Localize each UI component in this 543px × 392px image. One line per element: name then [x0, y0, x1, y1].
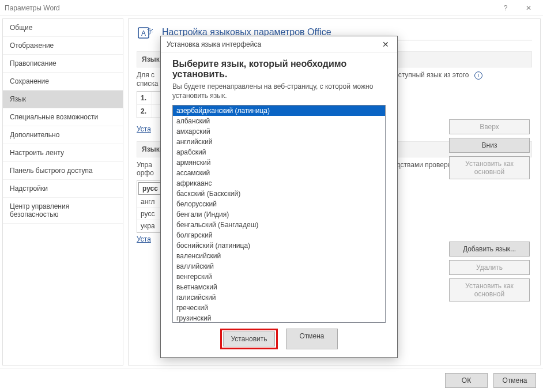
modal-titlebar: Установка языка интерфейса ✕ [161, 36, 397, 53]
lang-name: русс [142, 184, 158, 193]
side-buttons-2: Добавить язык... Удалить Установить как … [449, 242, 530, 301]
language-option[interactable]: галисийский [173, 292, 385, 303]
row-number: 2. [137, 105, 152, 118]
ok-button[interactable]: ОК [445, 373, 488, 388]
language-option[interactable]: армянский [173, 157, 385, 168]
lang-name: русс [141, 210, 154, 218]
language-option[interactable]: африкаанс [173, 178, 385, 189]
sidebar-item[interactable]: Общие [3, 19, 123, 37]
desc-text: Для с [137, 71, 154, 79]
install-language-dialog: Установка языка интерфейса ✕ Выберите яз… [160, 36, 398, 358]
set-default-button-2[interactable]: Установить как основной [449, 278, 530, 301]
modal-subtext: Вы будете перенаправлены на веб-страницу… [172, 82, 386, 100]
language-option[interactable]: боснийский (латиница) [173, 240, 385, 251]
lang-name: англ [141, 198, 154, 206]
language-option[interactable]: вьетнамский [173, 282, 385, 292]
window-title: Параметры Word [5, 4, 496, 12]
add-language-button[interactable]: Добавить язык... [449, 242, 530, 257]
language-option[interactable]: азербайджанский (латиница) [173, 105, 385, 116]
sidebar-item[interactable]: Центр управления безопасностью [3, 198, 123, 224]
info-icon[interactable]: i [474, 71, 482, 80]
language-option[interactable]: баскский (Баскский) [173, 189, 385, 199]
language-option[interactable]: английский [173, 137, 385, 147]
language-globe-icon: A 字 [137, 25, 156, 42]
modal-close-icon[interactable]: ✕ [380, 40, 391, 49]
language-option[interactable]: бенгали (Индия) [173, 209, 385, 220]
help-icon[interactable]: ? [496, 4, 515, 12]
modal-cancel-button[interactable]: Отмена [286, 329, 338, 349]
svg-text:字: 字 [147, 28, 153, 35]
sidebar: ОбщиеОтображениеПравописаниеСохранениеЯз… [2, 18, 123, 365]
install-button[interactable]: Установить [223, 331, 275, 346]
highlight-box: Установить [220, 329, 278, 349]
language-option[interactable]: амхарский [173, 126, 385, 137]
desc-text-line2: списка [137, 80, 158, 88]
sidebar-item[interactable]: Надстройки [3, 180, 123, 198]
window-controls: ? ✕ [496, 4, 538, 12]
dialog-footer: ОК Отмена [0, 368, 543, 392]
modal-body: Выберите язык, который необходимо устано… [161, 53, 397, 357]
modal-title: Установка языка интерфейса [167, 40, 380, 48]
titlebar: Параметры Word ? ✕ [0, 0, 543, 16]
lang-name: укра [141, 222, 155, 230]
sidebar-item[interactable]: Настроить ленту [3, 144, 123, 162]
language-option[interactable]: болгарский [173, 230, 385, 240]
desc2-text-line2: орфо [137, 169, 154, 177]
cancel-button[interactable]: Отмена [493, 373, 536, 388]
sidebar-item[interactable]: Язык [3, 91, 123, 108]
sidebar-item[interactable]: Отображение [3, 37, 123, 55]
sidebar-item[interactable]: Специальные возможности [3, 108, 123, 126]
install-link2[interactable]: Уста [137, 235, 151, 243]
language-option[interactable]: валлийский [173, 261, 385, 272]
language-listbox[interactable]: азербайджанский (латиница)албанскийамхар… [172, 105, 386, 323]
move-down-button[interactable]: Вниз [449, 138, 530, 153]
language-option[interactable]: бенгальский (Бангладеш) [173, 220, 385, 230]
install-link1[interactable]: Уста [137, 125, 151, 133]
language-option[interactable]: греческий [173, 303, 385, 313]
svg-text:A: A [141, 29, 146, 37]
close-icon[interactable]: ✕ [519, 4, 538, 12]
sidebar-item[interactable]: Дополнительно [3, 126, 123, 144]
language-option[interactable]: арабский [173, 147, 385, 157]
language-option[interactable]: белорусский [173, 199, 385, 209]
sidebar-item[interactable]: Панель быстрого доступа [3, 162, 123, 180]
language-option[interactable]: албанский [173, 116, 385, 126]
modal-footer: Установить Отмена [172, 329, 386, 349]
set-default-button[interactable]: Установить как основной [449, 156, 530, 179]
side-buttons-1: Вверх Вниз Установить как основной [449, 119, 530, 179]
sidebar-item[interactable]: Сохранение [3, 73, 123, 91]
move-up-button[interactable]: Вверх [449, 119, 530, 134]
language-option[interactable]: ассамский [173, 168, 385, 178]
remove-language-button[interactable]: Удалить [449, 260, 530, 275]
sidebar-item[interactable]: Правописание [3, 55, 123, 73]
language-option[interactable]: валенсийский [173, 251, 385, 261]
modal-heading: Выберите язык, который необходимо устано… [172, 59, 386, 80]
row-number: 1. [137, 92, 152, 104]
language-option[interactable]: венгерский [173, 272, 385, 282]
desc2-text: Упра [137, 161, 152, 169]
language-option[interactable]: грузинский [173, 313, 385, 323]
